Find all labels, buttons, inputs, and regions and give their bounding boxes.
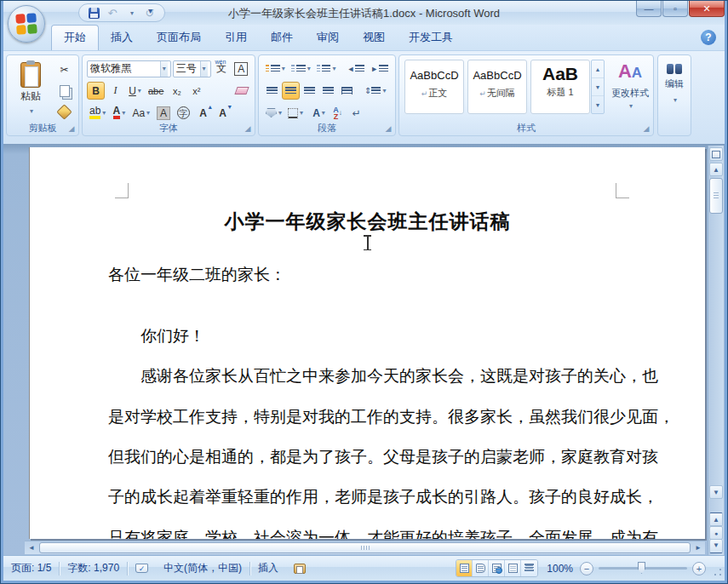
distribute-button[interactable] — [338, 82, 356, 100]
shrink-font-button[interactable]: A▼ — [214, 104, 232, 122]
tab-mailings[interactable]: 邮件 — [259, 26, 305, 50]
print-layout-view-button[interactable] — [456, 560, 473, 576]
scroll-right-button[interactable]: ► — [691, 542, 705, 554]
word-count[interactable]: 字数: 1,970 — [60, 560, 127, 577]
styles-scroll-up[interactable]: ▲ — [592, 60, 604, 78]
scroll-down-button[interactable]: ▼ — [709, 485, 723, 499]
tab-review[interactable]: 审阅 — [305, 26, 351, 50]
insert-mode-indicator[interactable]: 插入 — [250, 560, 286, 577]
font-dialog-launcher[interactable]: ◢ — [243, 123, 253, 134]
styles-gallery-more[interactable]: ▼ — [592, 96, 604, 113]
tab-view[interactable]: 视图 — [351, 26, 397, 50]
format-painter-button[interactable] — [55, 103, 73, 121]
document-line[interactable]: 你们好！ — [108, 326, 654, 346]
minimize-button[interactable]: — — [636, 1, 662, 17]
help-button[interactable]: ? — [701, 30, 716, 45]
tab-references[interactable]: 引用 — [213, 26, 259, 50]
bold-button[interactable]: B — [87, 82, 105, 100]
subscript-button[interactable]: x₂ — [168, 82, 186, 100]
close-button[interactable]: ✕ — [689, 1, 725, 17]
style-heading1[interactable]: AaB 标题 1 — [530, 60, 590, 114]
page-indicator[interactable]: 页面: 1/5 — [3, 560, 59, 577]
language-indicator[interactable]: 中文(简体，中国) — [156, 560, 249, 577]
proofing-status[interactable]: ✓ — [128, 560, 156, 577]
character-shading-button[interactable]: A — [154, 104, 173, 122]
zoom-slider-track[interactable] — [599, 567, 687, 570]
tab-page-layout[interactable]: 页面布局 — [145, 26, 213, 50]
document-line[interactable]: 子的成长起着举重轻重的作用，老师是孩子成长的引路人。孩子的良好成长， — [108, 487, 654, 507]
phonetic-guide-button[interactable]: wén 文 — [213, 60, 231, 77]
document-line[interactable]: 只有将家庭，学校，社会溶为一体，才能更好的培养孩子，全面发展，成为有 — [108, 528, 654, 539]
font-color-button[interactable]: A — [110, 104, 128, 122]
maximize-button[interactable]: ▫ — [662, 1, 688, 17]
text-highlight-button[interactable]: ab — [87, 104, 108, 122]
resize-grip[interactable] — [713, 567, 723, 577]
change-styles-button[interactable]: AA 更改样式 — [609, 59, 651, 123]
numbering-button[interactable] — [289, 60, 313, 77]
vertical-scrollbar[interactable]: ▲ ▼ ▲ ● ▼ — [708, 146, 724, 555]
document-heading[interactable]: 小学一年级家长会班主任讲话稿 — [30, 209, 705, 235]
borders-button[interactable] — [285, 104, 306, 122]
character-border-button[interactable]: A — [232, 60, 250, 77]
tab-home[interactable]: 开始 — [51, 25, 99, 50]
style-normal[interactable]: AaBbCcD ↵正文 — [404, 60, 464, 114]
sort-button[interactable]: AZ↓ — [329, 104, 347, 122]
horizontal-scroll-thumb[interactable] — [39, 542, 691, 553]
document-line[interactable]: 但我们的心是相通的，都是为了孩子。父母是孩子的启蒙老师，家庭教育对孩 — [108, 447, 654, 467]
clear-formatting-button[interactable] — [232, 82, 250, 100]
font-name-select[interactable]: 微软雅黑 ▾ — [87, 60, 171, 77]
multilevel-list-button[interactable] — [314, 60, 339, 77]
outline-view-button[interactable] — [505, 560, 521, 576]
styles-scroll-down[interactable]: ▼ — [592, 78, 604, 96]
increase-indent-button[interactable]: ► — [368, 60, 391, 77]
tab-developer[interactable]: 开发工具 — [397, 26, 465, 50]
horizontal-scrollbar[interactable]: ◄ ► — [25, 541, 705, 554]
next-page-button[interactable]: ▼ — [709, 540, 723, 553]
align-left-button[interactable] — [263, 82, 281, 100]
draft-view-button[interactable] — [521, 560, 537, 576]
italic-button[interactable]: I — [106, 82, 124, 100]
document-line[interactable]: 各位一年级二班的家长： — [108, 265, 654, 284]
paste-dropdown[interactable] — [13, 104, 49, 116]
scroll-left-button[interactable]: ◄ — [25, 542, 38, 554]
zoom-slider-thumb[interactable] — [638, 562, 645, 574]
document-line[interactable]: 感谢各位家长从百忙之中来参加今天的家长会，这既是对孩子的关心，也 — [108, 366, 654, 386]
document-page[interactable]: 小学一年级家长会班主任讲话稿 各位一年级二班的家长： 你们好！ 感谢各位家长从百… — [29, 147, 705, 539]
macro-record-button[interactable] — [286, 560, 313, 577]
zoom-out-button[interactable]: − — [580, 562, 593, 575]
styles-dialog-launcher[interactable]: ◢ — [641, 123, 651, 134]
change-case-button[interactable]: Aa — [129, 104, 152, 122]
document-line[interactable]: 是对学校工作支持，特别是对我的工作的支持。很多家长，虽然我们很少见面， — [108, 407, 654, 427]
select-browse-object-button[interactable]: ● — [709, 526, 723, 540]
shading-button[interactable] — [263, 104, 284, 122]
line-spacing-button[interactable]: ⇕ — [362, 82, 388, 100]
underline-button[interactable]: U — [126, 82, 144, 100]
asian-layout-button[interactable]: A — [310, 104, 328, 122]
fullscreen-reading-view-button[interactable] — [473, 560, 489, 576]
style-no-spacing[interactable]: AaBbCcD ↵无间隔 — [467, 60, 527, 114]
office-button[interactable] — [8, 5, 45, 43]
editing-group[interactable]: 编辑 — [657, 54, 691, 136]
ruler-toggle-button[interactable] — [709, 147, 723, 161]
bullets-button[interactable] — [263, 60, 288, 77]
strikethrough-button[interactable]: abe — [146, 82, 166, 100]
clipboard-dialog-launcher[interactable]: ◢ — [66, 123, 77, 134]
tab-insert[interactable]: 插入 — [99, 26, 145, 50]
show-hide-marks-button[interactable]: ↵ — [347, 104, 365, 122]
align-center-button[interactable] — [282, 82, 300, 100]
scroll-up-button[interactable]: ▲ — [709, 163, 723, 176]
vertical-scroll-thumb[interactable] — [709, 178, 723, 214]
justify-button[interactable] — [319, 82, 337, 100]
grow-font-button[interactable]: A▲ — [194, 104, 212, 122]
zoom-in-button[interactable]: + — [692, 562, 706, 575]
decrease-indent-button[interactable]: ◄ — [344, 60, 367, 77]
cut-button[interactable]: ✂ — [55, 60, 73, 78]
enclose-characters-button[interactable]: 字 — [175, 104, 192, 122]
align-right-button[interactable] — [301, 82, 318, 100]
paragraph-dialog-launcher[interactable]: ◢ — [383, 123, 393, 134]
copy-button[interactable] — [55, 82, 73, 100]
zoom-level[interactable]: 100% — [547, 563, 573, 575]
superscript-button[interactable]: x² — [187, 82, 205, 100]
font-size-select[interactable]: 三号 ▾ — [173, 60, 211, 77]
web-layout-view-button[interactable] — [489, 560, 505, 576]
